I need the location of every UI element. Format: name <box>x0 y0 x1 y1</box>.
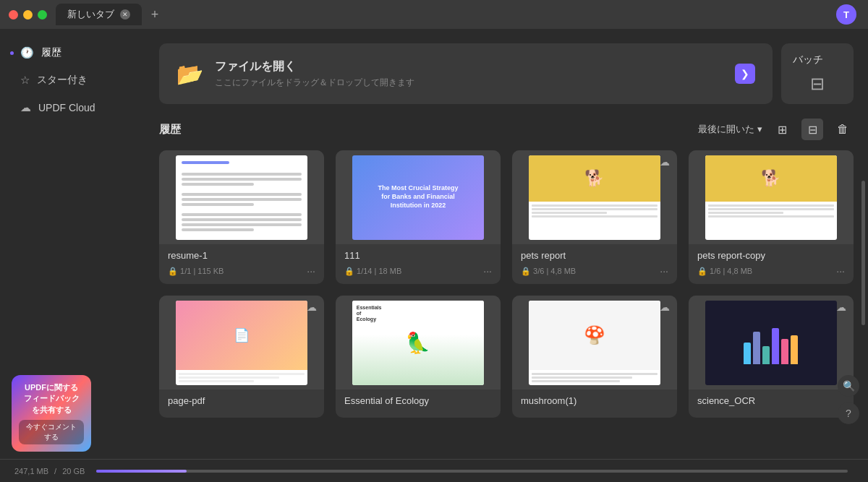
file-info-ecology: Essential of Ecology <box>336 390 501 418</box>
file-meta-resume: 🔒 1/1 | 115 KB ··· <box>168 265 315 277</box>
history-section: 履歴 最後に開いた ▾ ⊞ ⊟ 🗑 <box>159 119 854 418</box>
file-name-pets-copy: pets report-copy <box>697 250 845 261</box>
sort-button[interactable]: 最後に開いた ▾ <box>698 123 762 136</box>
file-card-science[interactable]: ☁ <box>689 296 854 418</box>
file-open-arrow: ❯ <box>735 64 755 84</box>
sidebar-item-starred-label: スター付き <box>37 74 88 87</box>
cloud-icon: ☁ <box>20 101 31 114</box>
history-title: 履歴 <box>159 123 689 137</box>
help-button[interactable]: ? <box>838 403 859 424</box>
content-area: 📂 ファイルを開く ここにファイルをドラッグ＆ドロップして開きます ❯ バッチ … <box>145 29 868 459</box>
file-thumbnail-111: The Most Crucial Strategyfor Banks and F… <box>336 150 501 244</box>
grid-view-button[interactable]: ⊞ <box>771 119 793 140</box>
maximize-button[interactable] <box>38 10 47 20</box>
delete-button[interactable]: 🗑 <box>832 119 854 140</box>
search-button[interactable]: 🔍 <box>838 375 859 397</box>
history-icon: 🕐 <box>20 46 34 59</box>
file-thumbnail-pagepdf: 📄 <box>159 296 324 390</box>
file-card-111[interactable]: The Most Crucial Strategyfor Banks and F… <box>336 150 501 284</box>
bottom-bar: 247,1 MB / 20 GB <box>0 459 868 482</box>
sidebar-item-cloud[interactable]: ☁ UPDF Cloud <box>6 95 139 120</box>
file-meta-111: 🔒 1/14 | 18 MB ··· <box>344 265 492 277</box>
file-info-resume: resume-1 🔒 1/1 | 115 KB ··· <box>159 244 324 284</box>
storage-bar-fill <box>96 470 187 473</box>
minimize-button[interactable] <box>23 10 33 20</box>
close-button[interactable] <box>9 10 18 20</box>
cloud-sync-icon-pagepdf: ☁ <box>307 301 317 313</box>
cloud-sync-icon-pets: ☁ <box>660 156 670 168</box>
sidebar-item-history[interactable]: 🕐 履歴 <box>6 40 139 65</box>
feedback-title: UPDFに関するフィードバックを共有する <box>19 382 84 416</box>
storage-total: 20 GB <box>62 467 85 475</box>
cloud-sync-icon-mushroom: ☁ <box>660 301 670 313</box>
file-card-resume[interactable]: resume-1 🔒 1/1 | 115 KB ··· <box>159 150 324 284</box>
tab-label: 新しいタブ <box>67 8 114 21</box>
file-thumbnail-resume <box>159 150 324 244</box>
tab-close-button[interactable]: ✕ <box>120 9 130 20</box>
file-open-subtitle: ここにファイルをドラッグ＆ドロップして開きます <box>215 77 414 89</box>
file-open-title: ファイルを開く <box>215 59 414 74</box>
file-meta-pets: 🔒 3/6 | 4,8 MB ··· <box>521 265 668 277</box>
feedback-widget[interactable]: UPDFに関するフィードバックを共有する 今すぐコメントする <box>12 375 91 452</box>
file-name-ecology: Essential of Ecology <box>344 395 492 406</box>
active-tab[interactable]: 新しいタブ ✕ <box>56 4 142 25</box>
storage-bar-track <box>96 470 848 473</box>
top-row: 📂 ファイルを開く ここにファイルをドラッグ＆ドロップして開きます ❯ バッチ … <box>159 43 854 104</box>
file-more-btn-resume[interactable]: ··· <box>307 265 315 277</box>
file-name-science: science_OCR <box>697 395 845 406</box>
tabs-area: 新しいタブ ✕ + <box>56 4 165 25</box>
file-card-pets-copy[interactable]: 🐕 pets report-copy 🔒 1/6 | <box>689 150 854 284</box>
file-card-ecology[interactable]: EssentialsofEcology 🦜 Essential of Ecolo… <box>336 296 501 418</box>
file-more-btn-pets-copy[interactable]: ··· <box>836 265 845 277</box>
file-info-mushroom: mushroom(1) <box>512 390 677 418</box>
history-header: 履歴 最後に開いた ▾ ⊞ ⊟ 🗑 <box>159 119 854 140</box>
file-thumbnail-pets: 🐕 <box>512 150 677 244</box>
file-thumbnail-science <box>689 296 854 390</box>
file-name-111: 111 <box>344 250 492 261</box>
file-info-science: science_OCR <box>689 390 854 418</box>
file-more-btn-111[interactable]: ··· <box>483 265 492 277</box>
file-open-text: ファイルを開く ここにファイルをドラッグ＆ドロップして開きます <box>215 59 414 89</box>
batch-card[interactable]: バッチ ⊟ <box>781 43 854 104</box>
file-info-pets-copy: pets report-copy 🔒 1/6 | 4,8 MB ··· <box>689 244 854 284</box>
sidebar-item-cloud-label: UPDF Cloud <box>38 102 95 113</box>
batch-icon: ⊟ <box>810 74 825 94</box>
file-thumbnail-pets-copy: 🐕 <box>689 150 854 244</box>
batch-label: バッチ <box>793 53 823 66</box>
titlebar: 新しいタブ ✕ + T <box>0 0 868 29</box>
sidebar-item-history-label: 履歴 <box>41 46 61 59</box>
sidebar-item-starred[interactable]: ☆ スター付き <box>6 68 139 92</box>
star-icon: ☆ <box>20 74 30 87</box>
traffic-lights <box>9 10 47 20</box>
file-more-btn-pets[interactable]: ··· <box>660 265 668 277</box>
file-meta-pets-copy: 🔒 1/6 | 4,8 MB ··· <box>697 265 845 277</box>
scrollbar[interactable] <box>861 181 865 325</box>
file-name-resume: resume-1 <box>168 250 315 261</box>
file-card-pets[interactable]: ☁ 🐕 pets report <box>512 150 677 284</box>
file-thumbnail-ecology: EssentialsofEcology 🦜 <box>336 296 501 390</box>
file-open-card[interactable]: 📂 ファイルを開く ここにファイルをドラッグ＆ドロップして開きます ❯ <box>159 43 773 104</box>
file-name-pagepdf: page-pdf <box>168 395 315 406</box>
avatar[interactable]: T <box>836 4 856 25</box>
file-thumbnail-mushroom: 🍄 <box>512 296 677 390</box>
files-grid: resume-1 🔒 1/1 | 115 KB ··· The Most Cru… <box>159 150 854 418</box>
file-name-mushroom: mushroom(1) <box>521 395 668 406</box>
file-info-111: 111 🔒 1/14 | 18 MB ··· <box>336 244 501 284</box>
file-info-pets: pets report 🔒 3/6 | 4,8 MB ··· <box>512 244 677 284</box>
file-card-pagepdf[interactable]: ☁ 📄 page-pdf <box>159 296 324 418</box>
folder-icon: 📂 <box>176 61 203 87</box>
storage-used: 247,1 MB <box>14 467 48 475</box>
cloud-sync-icon-science: ☁ <box>836 301 846 313</box>
file-card-mushroom[interactable]: ☁ 🍄 mushroom(1) <box>512 296 677 418</box>
file-info-pagepdf: page-pdf <box>159 390 324 418</box>
new-tab-button[interactable]: + <box>145 4 165 25</box>
utility-buttons: 🔍 ? <box>838 375 859 424</box>
feedback-button[interactable]: 今すぐコメントする <box>19 420 84 444</box>
file-name-pets: pets report <box>521 250 668 261</box>
main-layout: 🕐 履歴 ☆ スター付き ☁ UPDF Cloud 📂 ファイルを開く ここにフ… <box>0 29 868 459</box>
list-view-button[interactable]: ⊟ <box>801 119 823 140</box>
